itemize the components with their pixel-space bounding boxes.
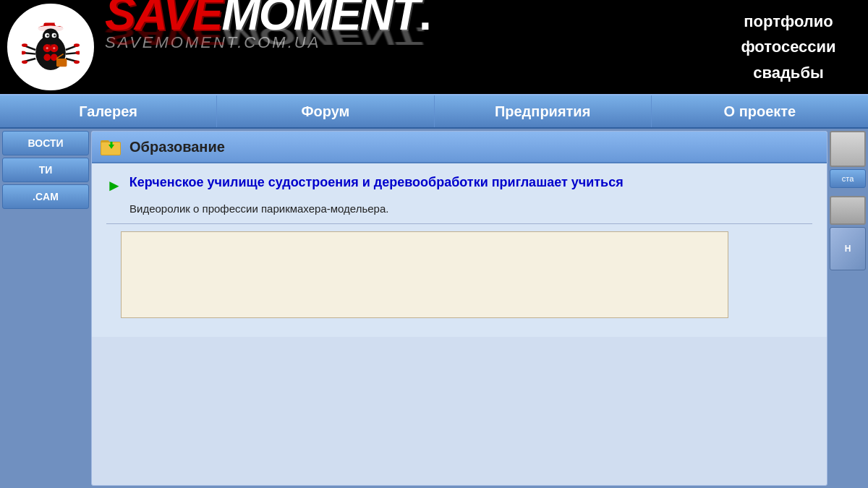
article-block: ► Керченское училище судостроения и дере… [92,163,827,337]
article-description: Видеоролик о профессии парикмахера-модел… [129,202,812,215]
svg-point-26 [22,51,26,55]
svg-point-29 [75,51,80,55]
svg-point-7 [43,54,51,61]
right-link-3[interactable]: свадьбы [753,60,824,85]
svg-point-10 [46,47,48,49]
folder-icon [101,137,122,156]
right-link-1[interactable]: портфолио [744,9,833,34]
site-title-area: SAVEMOMENT. SAVEMOMENT.COM.UA SAVEMOMENT… [101,0,709,94]
logo[interactable] [7,4,94,90]
left-sidebar: ВОСТИ ТИ .CAM [2,131,89,486]
page-wrapper: SAVEMOMENT. SAVEMOMENT.COM.UA SAVEMOMENT… [0,0,868,488]
nav-item-enterprises[interactable]: Предприятия [435,95,652,127]
main-layout: ВОСТИ ТИ .CAM Образование [0,129,868,488]
video-placeholder [121,231,728,318]
bug-icon [22,18,80,76]
svg-point-3 [55,20,61,26]
right-sidebar: ста Н [830,131,866,486]
right-img-placeholder: Н [830,227,866,270]
section-title: Образование [129,139,225,155]
section-header: Образование [92,132,827,163]
right-link-2[interactable]: фотосессии [741,34,835,59]
sidebar-btn-2[interactable]: ТИ [2,158,89,182]
svg-point-11 [53,47,55,49]
article-title-text[interactable]: Керченское училище судостроения и дерево… [129,175,624,190]
svg-point-28 [74,43,80,47]
svg-point-15 [46,34,48,36]
header: SAVEMOMENT. SAVEMOMENT.COM.UA SAVEMOMENT… [0,0,868,94]
sidebar-btn-news[interactable]: ВОСТИ [2,131,89,155]
right-img-label: Н [845,244,851,254]
svg-point-12 [43,28,59,44]
right-btn-1[interactable] [830,131,866,167]
svg-rect-35 [111,142,113,145]
header-right: портфолио фотосессии свадьбы [709,0,868,94]
svg-point-27 [22,60,27,64]
article-arrow-icon: ► [106,176,122,195]
center-content: Образование ► Керченское училище судостр… [91,131,827,486]
svg-point-16 [54,34,56,36]
svg-rect-23 [56,59,67,67]
right-btn-2[interactable] [830,196,866,225]
right-text-sta[interactable]: ста [830,169,866,188]
sidebar-btn-cam[interactable]: .CAM [2,184,89,209]
svg-point-30 [74,60,80,64]
article-divider [106,223,812,224]
nav-item-about[interactable]: О проекте [652,95,868,127]
svg-point-25 [22,43,27,47]
